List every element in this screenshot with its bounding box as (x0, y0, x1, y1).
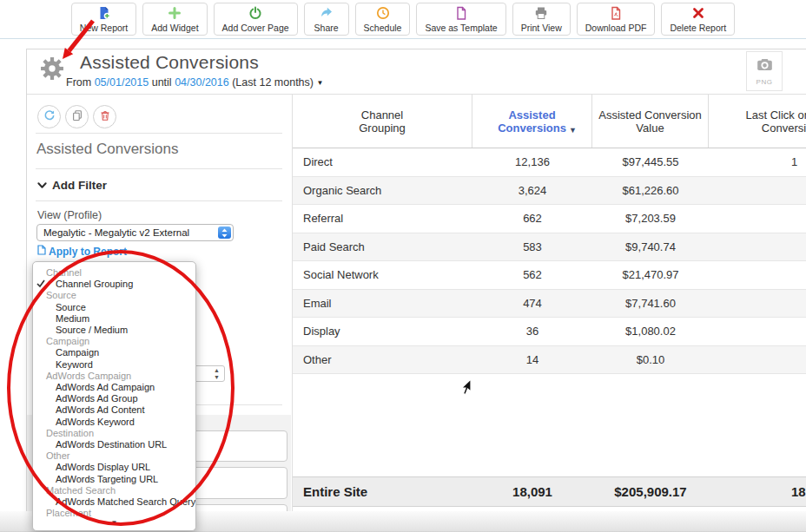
cell-assisted: 14 (472, 346, 592, 374)
dropdown-option-adwords-targeting-url[interactable]: AdWords Targeting URL (33, 474, 195, 485)
cell-value: $1,080.02 (592, 318, 709, 345)
cell-last-click (709, 290, 806, 318)
add-widget-button[interactable]: Add Widget (142, 3, 207, 36)
column-header-assisted-conversions[interactable]: Assisted Conversions ▼ (472, 95, 592, 148)
sort-descending-icon: ▼ (569, 126, 577, 135)
delete-report-button[interactable]: Delete Report (661, 3, 735, 36)
cell-channel: Direct (293, 148, 472, 176)
dropdown-option-source-medium[interactable]: Source / Medium (33, 325, 195, 336)
date-until-value: 04/30/2016 (175, 76, 229, 89)
share-button[interactable]: Share (304, 3, 349, 36)
cell-last-click (709, 205, 806, 233)
table-footer-row: Entire Site 18,091 $205,909.17 18 (293, 476, 806, 507)
table-row: Direct 12,136 $97,445.55 1 (293, 148, 806, 177)
date-until-label: until (152, 76, 172, 89)
save-as-template-label: Save as Template (425, 23, 497, 33)
cell-last-click (709, 177, 806, 205)
dropdown-option-medium[interactable]: Medium (33, 313, 195, 325)
cell-value: $61,226.60 (592, 177, 709, 205)
dropdown-option-adwords-keyword[interactable]: AdWords Keyword (33, 417, 195, 428)
assisted-conversions-widget: Assisted Conversions From 05/01/2015 unt… (26, 49, 806, 511)
cell-value: $7,203.59 (592, 205, 709, 233)
dropdown-option-adwords-ad-campaign[interactable]: AdWords Ad Campaign (33, 382, 195, 393)
refresh-button[interactable] (37, 105, 61, 128)
footer-channel: Entire Site (293, 477, 472, 506)
new-report-icon (97, 6, 111, 20)
add-cover-page-label: Add Cover Page (222, 23, 289, 33)
column-header-last-click-or-direct[interactable]: Last Click or Direct Conversions (709, 95, 806, 148)
delete-report-icon (691, 6, 705, 20)
chevron-down-icon: ▼ (316, 79, 323, 87)
duplicate-button[interactable] (65, 105, 89, 128)
add-cover-page-icon (248, 6, 262, 20)
dropdown-option-source[interactable]: Source (33, 302, 195, 313)
footer-assisted: 18,091 (472, 477, 592, 506)
dropdown-group-other: Other (33, 450, 195, 462)
add-filter-label: Add Filter (52, 179, 107, 192)
table-body: Direct 12,136 $97,445.55 1 Organic Searc… (293, 148, 806, 374)
duplicate-icon (71, 109, 83, 125)
add-filter-toggle[interactable]: Add Filter (37, 179, 107, 192)
view-profile-select[interactable]: Megalytic - Megalytic v2 External (36, 224, 234, 241)
dropdown-group-campaign: Campaign (33, 336, 195, 347)
save-as-template-icon (454, 6, 468, 20)
delete-widget-button[interactable] (93, 105, 116, 128)
table-row: Display 36 $1,080.02 (293, 318, 806, 346)
add-widget-icon (168, 6, 182, 20)
cell-channel: Paid Search (293, 233, 472, 261)
export-png-button[interactable]: PNG (746, 51, 783, 91)
cell-assisted: 36 (472, 318, 592, 345)
cell-last-click: 1 (709, 148, 806, 176)
dropdown-group-source: Source (33, 290, 195, 301)
dropdown-option-adwords-ad-content[interactable]: AdWords Ad Content (33, 404, 195, 416)
dropdown-option-campaign[interactable]: Campaign (33, 347, 195, 358)
new-report-button[interactable]: New Report (71, 3, 136, 36)
refresh-icon (43, 109, 56, 125)
footer-last-click: 18 (709, 477, 806, 506)
cell-channel: Other (293, 346, 472, 374)
cell-assisted: 583 (472, 233, 592, 261)
date-from-label: From (66, 76, 91, 89)
print-view-icon (534, 6, 548, 20)
new-report-label: New Report (80, 23, 128, 33)
dropdown-option-adwords-ad-group[interactable]: AdWords Ad Group (33, 393, 195, 404)
add-widget-label: Add Widget (151, 23, 198, 33)
column-header-channel-grouping[interactable]: Channel Grouping (293, 95, 472, 148)
checkmark-icon (36, 279, 45, 288)
gear-icon[interactable] (40, 56, 64, 81)
trash-icon (99, 109, 111, 125)
schedule-button[interactable]: Schedule (355, 3, 411, 36)
apply-to-report-link[interactable]: Apply to Report (37, 245, 127, 258)
footer-value: $205,909.17 (592, 477, 709, 506)
print-view-button[interactable]: Print View (512, 3, 571, 36)
dropdown-option-keyword[interactable]: Keyword (33, 359, 195, 371)
report-toolbar: New Report Add Widget Add Cover Page Sha… (0, 3, 806, 36)
date-range-selector[interactable]: From 05/01/2015 until 04/30/2016 (Last 1… (66, 76, 323, 89)
cell-last-click (709, 261, 806, 289)
cell-assisted: 474 (472, 290, 592, 318)
dropdown-scroll-down-icon[interactable]: ▼ (33, 519, 195, 529)
cell-assisted: 562 (472, 261, 592, 289)
table-row: Email 474 $7,741.60 (293, 290, 806, 319)
cell-channel: Display (293, 318, 472, 345)
view-profile-label: View (Profile) (37, 209, 102, 221)
cell-assisted: 662 (472, 205, 592, 233)
table-row: Organic Search 3,624 $61,226.60 (293, 177, 806, 206)
dropdown-option-adwords-matched-search-query[interactable]: AdWords Matched Search Query (33, 496, 195, 508)
delete-report-label: Delete Report (670, 23, 726, 33)
document-icon (37, 245, 46, 258)
dropdown-group-matched-search: Matched Search (33, 485, 195, 496)
dropdown-option-channel-grouping[interactable]: Channel Grouping (33, 279, 195, 290)
dropdown-option-adwords-destination-url[interactable]: AdWords Destination URL (33, 439, 195, 450)
column-header-assisted-conversion-value[interactable]: Assisted Conversion Value (592, 95, 709, 148)
date-range-label: (Last 12 months) (232, 76, 314, 89)
add-cover-page-button[interactable]: Add Cover Page (214, 3, 298, 36)
dropdown-option-adwords-display-url[interactable]: AdWords Display URL (33, 462, 195, 473)
save-as-template-button[interactable]: Save as Template (416, 3, 505, 36)
cell-value: $9,740.74 (592, 233, 709, 261)
chevron-down-icon (37, 179, 47, 192)
cell-channel: Social Network (293, 261, 472, 289)
download-pdf-button[interactable]: Download PDF (577, 3, 656, 36)
download-pdf-label: Download PDF (585, 23, 647, 33)
select-stepper-icon (218, 227, 231, 239)
